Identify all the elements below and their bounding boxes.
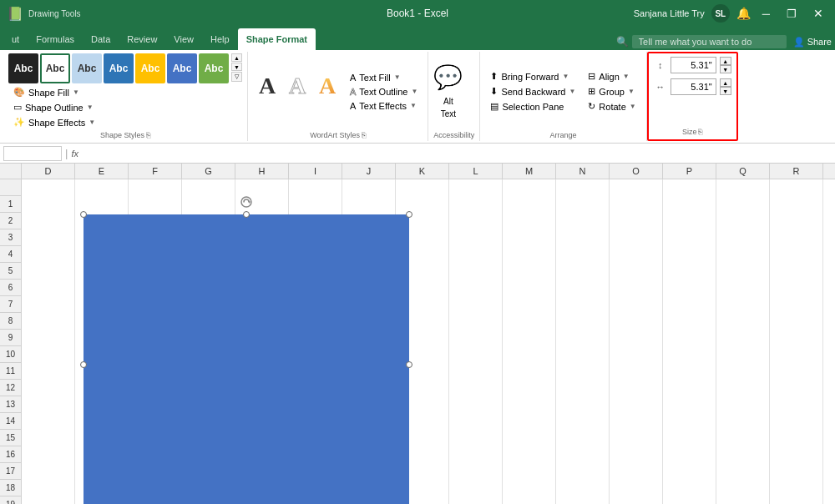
list-item[interactable] bbox=[716, 496, 770, 504]
list-item[interactable] bbox=[610, 263, 663, 280]
list-item[interactable] bbox=[663, 229, 716, 246]
width-input[interactable] bbox=[671, 78, 716, 95]
list-item[interactable] bbox=[770, 330, 823, 346]
list-item[interactable] bbox=[449, 496, 503, 504]
size-expand[interactable]: ⎘ bbox=[698, 128, 702, 136]
rotate-handle[interactable] bbox=[240, 196, 252, 208]
list-item[interactable] bbox=[823, 330, 835, 346]
list-item[interactable] bbox=[556, 213, 610, 229]
list-item[interactable] bbox=[610, 280, 663, 296]
list-item[interactable] bbox=[823, 463, 835, 480]
list-item[interactable] bbox=[556, 179, 610, 196]
list-item[interactable] bbox=[556, 246, 610, 263]
list-item[interactable] bbox=[556, 313, 610, 330]
list-item[interactable] bbox=[503, 463, 556, 480]
list-item[interactable] bbox=[770, 263, 823, 280]
col-header-n[interactable]: N bbox=[556, 164, 610, 179]
shape-fill-button[interactable]: 🎨 Shape Fill ▼ bbox=[8, 85, 242, 99]
list-item[interactable] bbox=[556, 496, 610, 504]
handle-top-left[interactable] bbox=[80, 211, 87, 218]
list-item[interactable] bbox=[610, 196, 663, 213]
row-header-6[interactable]: 6 bbox=[0, 280, 21, 296]
list-item[interactable] bbox=[22, 296, 75, 313]
width-spin-down[interactable]: ▼ bbox=[720, 87, 731, 95]
list-item[interactable] bbox=[716, 463, 770, 480]
list-item[interactable] bbox=[716, 229, 770, 246]
list-item[interactable] bbox=[556, 413, 610, 430]
list-item[interactable] bbox=[610, 430, 663, 446]
list-item[interactable] bbox=[22, 196, 75, 213]
list-item[interactable] bbox=[770, 346, 823, 363]
list-item[interactable] bbox=[449, 313, 503, 330]
list-item[interactable] bbox=[770, 280, 823, 296]
list-item[interactable] bbox=[289, 179, 342, 196]
list-item[interactable] bbox=[823, 413, 835, 430]
list-item[interactable] bbox=[823, 179, 835, 196]
list-item[interactable] bbox=[449, 296, 503, 313]
list-item[interactable] bbox=[823, 363, 835, 380]
shape-style-yellow[interactable]: Abc bbox=[135, 53, 165, 83]
list-item[interactable] bbox=[716, 430, 770, 446]
list-item[interactable] bbox=[503, 196, 556, 213]
user-avatar[interactable]: SL bbox=[711, 4, 730, 23]
style-scroll-up[interactable]: ▲ bbox=[231, 53, 242, 62]
list-item[interactable] bbox=[610, 296, 663, 313]
list-item[interactable] bbox=[503, 396, 556, 413]
handle-top-middle[interactable] bbox=[243, 211, 250, 218]
row-header-10[interactable]: 10 bbox=[0, 346, 21, 363]
alt-text-button[interactable]: Alt Text bbox=[436, 95, 461, 120]
list-item[interactable] bbox=[716, 363, 770, 380]
list-item[interactable] bbox=[663, 296, 716, 313]
list-item[interactable] bbox=[22, 246, 75, 263]
list-item[interactable] bbox=[22, 346, 75, 363]
list-item[interactable] bbox=[556, 280, 610, 296]
list-item[interactable] bbox=[449, 280, 503, 296]
list-item[interactable] bbox=[449, 413, 503, 430]
list-item[interactable] bbox=[823, 213, 835, 229]
row-header-2[interactable]: 2 bbox=[0, 213, 21, 229]
list-item[interactable] bbox=[22, 363, 75, 380]
list-item[interactable] bbox=[22, 396, 75, 413]
row-header-19[interactable]: 19 bbox=[0, 496, 21, 504]
list-item[interactable] bbox=[449, 480, 503, 496]
list-item[interactable] bbox=[663, 463, 716, 480]
list-item[interactable] bbox=[823, 280, 835, 296]
row-header-14[interactable]: 14 bbox=[0, 413, 21, 430]
list-item[interactable] bbox=[503, 363, 556, 380]
list-item[interactable] bbox=[556, 196, 610, 213]
list-item[interactable] bbox=[503, 179, 556, 196]
list-item[interactable] bbox=[556, 446, 610, 463]
text-fill-button[interactable]: A Text Fill ▼ bbox=[345, 71, 423, 84]
list-item[interactable] bbox=[556, 463, 610, 480]
list-item[interactable] bbox=[823, 430, 835, 446]
list-item[interactable] bbox=[823, 296, 835, 313]
row-header-13[interactable]: 13 bbox=[0, 396, 21, 413]
list-item[interactable] bbox=[610, 480, 663, 496]
share-button[interactable]: 👤 Share bbox=[793, 37, 832, 48]
selection-pane-button[interactable]: ▤ Selection Pane bbox=[485, 99, 580, 113]
list-item[interactable] bbox=[342, 179, 396, 196]
handle-top-right[interactable] bbox=[406, 211, 412, 218]
list-item[interactable] bbox=[556, 430, 610, 446]
list-item[interactable] bbox=[22, 179, 75, 196]
list-item[interactable] bbox=[22, 480, 75, 496]
list-item[interactable] bbox=[503, 296, 556, 313]
list-item[interactable] bbox=[770, 363, 823, 380]
list-item[interactable] bbox=[610, 446, 663, 463]
list-item[interactable] bbox=[663, 380, 716, 396]
list-item[interactable] bbox=[663, 480, 716, 496]
height-spin-up[interactable]: ▲ bbox=[720, 57, 731, 65]
col-header-d[interactable]: D bbox=[22, 164, 75, 179]
col-header-f[interactable]: F bbox=[129, 164, 182, 179]
col-header-r[interactable]: R bbox=[770, 164, 823, 179]
list-item[interactable] bbox=[823, 380, 835, 396]
list-item[interactable] bbox=[663, 346, 716, 363]
list-item[interactable] bbox=[449, 330, 503, 346]
list-item[interactable] bbox=[449, 246, 503, 263]
list-item[interactable] bbox=[663, 313, 716, 330]
list-item[interactable] bbox=[716, 213, 770, 229]
list-item[interactable] bbox=[663, 413, 716, 430]
text-outline-arrow[interactable]: ▼ bbox=[411, 88, 418, 95]
list-item[interactable] bbox=[449, 380, 503, 396]
style-scroll-down[interactable]: ▼ bbox=[231, 63, 242, 71]
